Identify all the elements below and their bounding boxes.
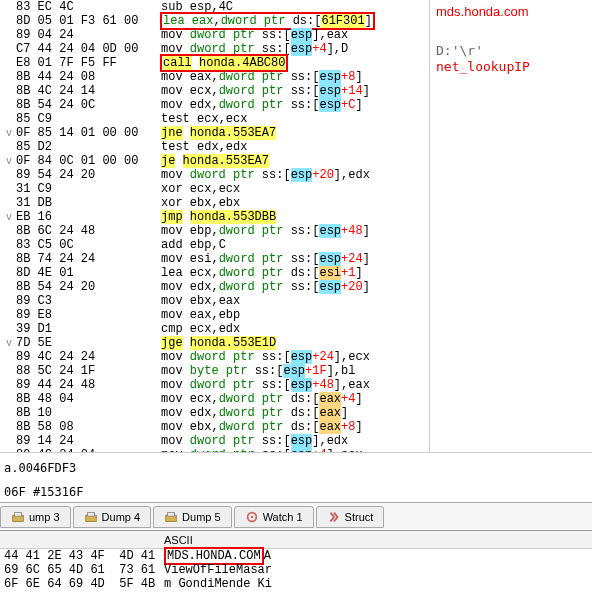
disasm-row[interactable]: 8B 58 08mov ebx,dword ptr ds:[eax+8] — [0, 420, 429, 434]
hex-bytes: C7 44 24 04 0D 00 — [16, 42, 161, 56]
hex-bytes: 31 DB — [16, 196, 161, 210]
disasm-row[interactable]: v7D 5Ejge honda.553E1D — [0, 336, 429, 350]
hex-bytes: 8D 05 01 F3 61 00 — [16, 14, 161, 28]
disasm-row[interactable]: 8D 4E 01lea ecx,dword ptr ds:[esi+1] — [0, 266, 429, 280]
disasm-row[interactable]: 89 04 24mov dword ptr ss:[esp],eax — [0, 28, 429, 42]
asm-text: mov byte ptr ss:[esp+1F],bl — [161, 364, 429, 378]
disassembly-pane: 83 EC 4Csub esp,4C8D 05 01 F3 61 00lea e… — [0, 0, 592, 453]
disasm-row[interactable]: 89 C3mov ebx,eax — [0, 294, 429, 308]
disasm-row[interactable]: 8B 54 24 20mov edx,dword ptr ss:[esp+20] — [0, 280, 429, 294]
asm-text: mov ecx,dword ptr ss:[esp+14] — [161, 84, 429, 98]
disasm-row[interactable]: 31 C9xor ecx,ecx — [0, 182, 429, 196]
tab-struct[interactable]: Struct — [316, 506, 385, 528]
disasm-row[interactable]: 89 4C 24 04mov dword ptr ss:[esp+4],ecx — [0, 448, 429, 452]
reference-bar: a.0046FDF3 06F #15316F — [0, 453, 592, 503]
hex-bytes: 8B 44 24 08 — [16, 70, 161, 84]
asm-text: xor ebx,ebx — [161, 196, 429, 210]
annotation-func: net_lookupIP — [436, 59, 530, 74]
asm-text: mov dword ptr ss:[esp+24],ecx — [161, 350, 429, 364]
tab-label: Struct — [345, 511, 374, 523]
asm-text: mov edx,dword ptr ss:[esp+20] — [161, 280, 429, 294]
disasm-listing[interactable]: 83 EC 4Csub esp,4C8D 05 01 F3 61 00lea e… — [0, 0, 430, 452]
disasm-row[interactable]: 89 4C 24 24mov dword ptr ss:[esp+24],ecx — [0, 350, 429, 364]
asm-text: mov eax,dword ptr ss:[esp+8] — [161, 70, 429, 84]
disasm-row[interactable]: v0F 85 14 01 00 00jne honda.553EA7 — [0, 126, 429, 140]
disasm-row[interactable]: 89 54 24 20mov dword ptr ss:[esp+20],edx — [0, 168, 429, 182]
hex-bytes: 8B 54 24 0C — [16, 98, 161, 112]
dump-ascii: ViewOfFileMasar — [160, 563, 592, 577]
dump-hex: 69 6C 65 4D 61 73 61 — [0, 563, 160, 577]
asm-text: mov dword ptr ss:[esp+4],ecx — [161, 448, 429, 452]
disasm-row[interactable]: E8 01 7F F5 FFcall honda.4ABC80 — [0, 56, 429, 70]
hex-bytes: 0F 85 14 01 00 00 — [16, 126, 161, 140]
disasm-row[interactable]: 8B 4C 24 14mov ecx,dword ptr ss:[esp+14] — [0, 84, 429, 98]
dump-tabs: ump 3Dump 4Dump 5Watch 1Struct — [0, 503, 592, 531]
hex-bytes: 89 54 24 20 — [16, 168, 161, 182]
tab-dump-4[interactable]: Dump 4 — [73, 506, 152, 528]
dump-icon — [84, 510, 98, 524]
disasm-row[interactable]: 89 E8mov eax,ebp — [0, 308, 429, 322]
dump-row[interactable]: 69 6C 65 4D 61 73 61ViewOfFileMasar — [0, 563, 592, 577]
disasm-row[interactable]: 8B 44 24 08mov eax,dword ptr ss:[esp+8] — [0, 70, 429, 84]
disasm-row[interactable]: 83 C5 0Cadd ebp,C — [0, 238, 429, 252]
hex-bytes: 39 D1 — [16, 322, 161, 336]
disasm-row[interactable]: 89 14 24mov dword ptr ss:[esp],edx — [0, 434, 429, 448]
asm-text: jge honda.553E1D — [161, 336, 429, 350]
dump-ascii: m GondiMende Ki — [160, 577, 592, 591]
hex-bytes: EB 16 — [16, 210, 161, 224]
disasm-row[interactable]: 8B 10mov edx,dword ptr ds:[eax] — [0, 406, 429, 420]
asm-text: cmp ecx,edx — [161, 322, 429, 336]
dump-header-ascii: ASCII — [160, 534, 592, 546]
disasm-row[interactable]: 8B 54 24 0Cmov edx,dword ptr ss:[esp+C] — [0, 98, 429, 112]
disasm-row[interactable]: 89 44 24 48mov dword ptr ss:[esp+48],eax — [0, 378, 429, 392]
reference-position: 06F #15316F — [4, 485, 588, 499]
dump-icon — [164, 510, 178, 524]
watch-icon — [245, 510, 259, 524]
dump-ascii: MDS.HONDA.COMA — [160, 549, 592, 563]
dump-row[interactable]: 6F 6E 64 69 4D 5F 4Bm GondiMende Ki — [0, 577, 592, 591]
hex-bytes: 83 C5 0C — [16, 238, 161, 252]
hex-bytes: 8B 4C 24 14 — [16, 84, 161, 98]
asm-text: test ecx,ecx — [161, 112, 429, 126]
disasm-row[interactable]: vEB 16jmp honda.553DBB — [0, 210, 429, 224]
tab-label: Dump 4 — [102, 511, 141, 523]
disasm-row[interactable]: 88 5C 24 1Fmov byte ptr ss:[esp+1F],bl — [0, 364, 429, 378]
disasm-row[interactable]: v0F 84 0C 01 00 00je honda.553EA7 — [0, 154, 429, 168]
dump-hex: 44 41 2E 43 4F 4D 41 — [0, 549, 160, 563]
disasm-row[interactable]: 8B 6C 24 48mov ebp,dword ptr ss:[esp+48] — [0, 224, 429, 238]
dump-hex: 6F 6E 64 69 4D 5F 4B — [0, 577, 160, 591]
asm-text: mov eax,ebp — [161, 308, 429, 322]
asm-text: mov ebp,dword ptr ss:[esp+48] — [161, 224, 429, 238]
disasm-row[interactable]: 8B 48 04mov ecx,dword ptr ds:[eax+4] — [0, 392, 429, 406]
disasm-row[interactable]: 39 D1cmp ecx,edx — [0, 322, 429, 336]
annotation-drive: D:'\r' — [436, 43, 483, 58]
svg-point-7 — [250, 515, 253, 518]
asm-text: mov ebx,eax — [161, 294, 429, 308]
disasm-row[interactable]: 8B 74 24 24mov esi,dword ptr ss:[esp+24] — [0, 252, 429, 266]
asm-text: mov dword ptr ss:[esp+20],edx — [161, 168, 429, 182]
tab-label: ump 3 — [29, 511, 60, 523]
annotation-pane: mds.honda.com D:'\r' net_lookupIP — [430, 0, 592, 452]
tab-ump-3[interactable]: ump 3 — [0, 506, 71, 528]
asm-text: mov ecx,dword ptr ds:[eax+4] — [161, 392, 429, 406]
asm-text: mov dword ptr ss:[esp],edx — [161, 434, 429, 448]
disasm-row[interactable]: 85 C9test ecx,ecx — [0, 112, 429, 126]
tab-label: Dump 5 — [182, 511, 221, 523]
disasm-row[interactable]: 31 DBxor ebx,ebx — [0, 196, 429, 210]
tab-dump-5[interactable]: Dump 5 — [153, 506, 232, 528]
asm-text: mov dword ptr ss:[esp],eax — [161, 28, 429, 42]
hex-bytes: 8B 74 24 24 — [16, 252, 161, 266]
dump-icon — [11, 510, 25, 524]
asm-text: lea ecx,dword ptr ds:[esi+1] — [161, 266, 429, 280]
disasm-row[interactable]: 85 D2test edx,edx — [0, 140, 429, 154]
tab-watch-1[interactable]: Watch 1 — [234, 506, 314, 528]
hex-dump-pane[interactable]: ASCII 44 41 2E 43 4F 4D 41MDS.HONDA.COMA… — [0, 531, 592, 594]
hex-bytes: 89 14 24 — [16, 434, 161, 448]
asm-text: mov esi,dword ptr ss:[esp+24] — [161, 252, 429, 266]
hex-bytes: 8B 58 08 — [16, 420, 161, 434]
hex-bytes: 89 44 24 48 — [16, 378, 161, 392]
dump-row[interactable]: 44 41 2E 43 4F 4D 41MDS.HONDA.COMA — [0, 549, 592, 563]
svg-rect-5 — [168, 512, 175, 516]
hex-bytes: 89 C3 — [16, 294, 161, 308]
disasm-row[interactable]: 8D 05 01 F3 61 00lea eax,dword ptr ds:[6… — [0, 14, 429, 28]
